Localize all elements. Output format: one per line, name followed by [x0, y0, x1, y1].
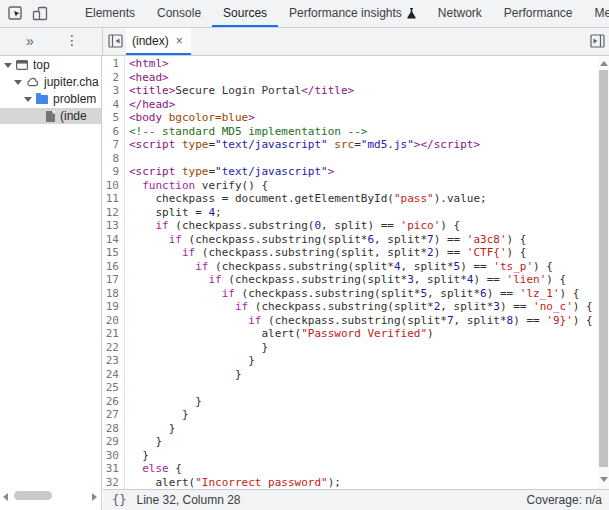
line-number[interactable]: 8 — [103, 152, 119, 166]
tree-item-label: jupiter.cha — [44, 75, 99, 89]
line-number[interactable]: 2 — [103, 71, 119, 85]
line-number[interactable]: 23 — [103, 354, 119, 368]
pane-divider — [102, 28, 103, 55]
tree-item-folder[interactable]: problem — [0, 91, 101, 107]
line-number[interactable]: 31 — [103, 462, 119, 476]
more-tabs-button[interactable]: » — [26, 33, 34, 49]
cloud-icon — [26, 77, 39, 87]
frame-icon — [16, 60, 28, 70]
line-number[interactable]: 18 — [103, 287, 119, 301]
line-number[interactable]: 27 — [103, 408, 119, 422]
code-line: if (checkpass.substring(split*7, split*8… — [129, 314, 598, 328]
scroll-up-icon[interactable] — [600, 61, 608, 66]
line-number[interactable]: 32 — [103, 476, 119, 490]
line-number[interactable]: 29 — [103, 435, 119, 449]
line-number[interactable]: 9 — [103, 165, 119, 179]
coverage-status: Coverage: n/a — [527, 493, 602, 507]
line-number[interactable]: 5 — [103, 111, 119, 125]
code-line: checkpass = document.getElementById("pas… — [129, 192, 598, 206]
line-number[interactable]: 22 — [103, 341, 119, 355]
line-number[interactable]: 6 — [103, 125, 119, 139]
line-number-gutter[interactable]: 1234567891011121314151617181920212223242… — [103, 57, 125, 489]
code-line: <!-- standard MD5 implementation --> — [129, 125, 598, 139]
line-number[interactable]: 20 — [103, 314, 119, 328]
code-line: function verify() { — [129, 179, 598, 193]
line-number[interactable]: 13 — [103, 219, 119, 233]
code-line: split = 4; — [129, 206, 598, 220]
tab-memory[interactable]: Memory — [584, 0, 609, 27]
status-bar: {} Line 32, Column 28 Coverage: n/a — [103, 489, 609, 510]
tab-sources[interactable]: Sources — [212, 0, 278, 27]
inspect-element-icon[interactable] — [8, 6, 23, 22]
source-editor: 1234567891011121314151617181920212223242… — [103, 56, 609, 489]
code-line: } — [129, 354, 598, 368]
code-line: else { — [129, 462, 598, 476]
disclosure-triangle-icon[interactable] — [14, 80, 22, 85]
line-number[interactable]: 1 — [103, 57, 119, 71]
disclosure-triangle-icon[interactable] — [4, 63, 12, 68]
tab-elements[interactable]: Elements — [74, 0, 146, 27]
navigator-pane: top jupiter.cha problem (inde — [0, 56, 102, 510]
editor-vertical-scrollbar[interactable] — [598, 56, 609, 489]
pretty-print-button[interactable]: {} — [112, 493, 126, 507]
line-number[interactable]: 4 — [103, 98, 119, 112]
tab-performance-insights[interactable]: Performance insights — [278, 0, 427, 27]
navigator-horizontal-scrollbar[interactable] — [0, 490, 100, 501]
tab-performance[interactable]: Performance — [493, 0, 584, 27]
line-number[interactable]: 25 — [103, 381, 119, 395]
devtools-toolbar: Elements Console Sources Performance ins… — [0, 0, 609, 28]
scrollbar-thumb[interactable] — [599, 70, 608, 467]
code-line: if (checkpass.substring(split*2, split*3… — [129, 300, 598, 314]
tab-network[interactable]: Network — [427, 0, 493, 27]
flask-icon — [407, 7, 416, 19]
line-number[interactable]: 17 — [103, 273, 119, 287]
line-number[interactable]: 11 — [103, 192, 119, 206]
file-tab-label: (index) — [132, 34, 169, 48]
panel-tab-bar: Elements Console Sources Performance ins… — [74, 0, 609, 27]
line-number[interactable]: 26 — [103, 395, 119, 409]
disclosure-triangle-icon[interactable] — [24, 97, 32, 102]
file-tab-index[interactable]: (index) × — [126, 28, 191, 55]
code-line: <script type="text/javascript" src="md5.… — [129, 138, 598, 152]
line-number[interactable]: 24 — [103, 368, 119, 382]
line-number[interactable]: 7 — [103, 138, 119, 152]
scroll-left-icon[interactable] — [3, 493, 8, 501]
cursor-position-status: Line 32, Column 28 — [136, 493, 240, 507]
code-line: <body bgcolor=blue> — [129, 111, 598, 125]
sources-subheader: » ⋮ (index) × — [0, 28, 609, 56]
source-code: <html><head><title>Secure Login Portal</… — [125, 57, 598, 489]
line-number[interactable]: 10 — [103, 179, 119, 193]
line-number[interactable]: 14 — [103, 233, 119, 247]
code-line: } — [129, 435, 598, 449]
hide-navigator-button[interactable] — [108, 34, 123, 48]
tree-item-top[interactable]: top — [0, 57, 101, 73]
line-number[interactable]: 15 — [103, 246, 119, 260]
tree-item-domain[interactable]: jupiter.cha — [0, 74, 101, 90]
scrollbar-thumb[interactable] — [14, 491, 52, 500]
code-line: <html> — [129, 57, 598, 71]
line-number[interactable]: 21 — [103, 327, 119, 341]
line-number[interactable]: 16 — [103, 260, 119, 274]
code-line: alert("Incorrect password"); — [129, 476, 598, 490]
code-line — [129, 381, 598, 395]
code-line: if (checkpass.substring(0, split) == 'pi… — [129, 219, 598, 233]
code-line: } — [129, 408, 598, 422]
close-icon[interactable]: × — [176, 34, 183, 48]
line-number[interactable]: 28 — [103, 422, 119, 436]
line-number[interactable]: 3 — [103, 84, 119, 98]
tab-console[interactable]: Console — [146, 0, 212, 27]
scroll-right-icon[interactable] — [92, 493, 97, 501]
kebab-menu-button[interactable]: ⋮ — [65, 32, 79, 48]
line-number[interactable]: 19 — [103, 300, 119, 314]
show-drawer-button[interactable] — [590, 34, 605, 48]
code-area: 1234567891011121314151617181920212223242… — [103, 57, 598, 489]
tree-item-index-file[interactable]: (inde — [0, 108, 101, 124]
code-line: </head> — [129, 98, 598, 112]
tree-item-label: top — [33, 58, 50, 72]
code-line: <title>Secure Login Portal</title> — [129, 84, 598, 98]
scroll-down-icon[interactable] — [600, 477, 608, 482]
line-number[interactable]: 30 — [103, 449, 119, 463]
device-toolbar-icon[interactable] — [32, 6, 48, 22]
code-line: } — [129, 449, 598, 463]
line-number[interactable]: 12 — [103, 206, 119, 220]
